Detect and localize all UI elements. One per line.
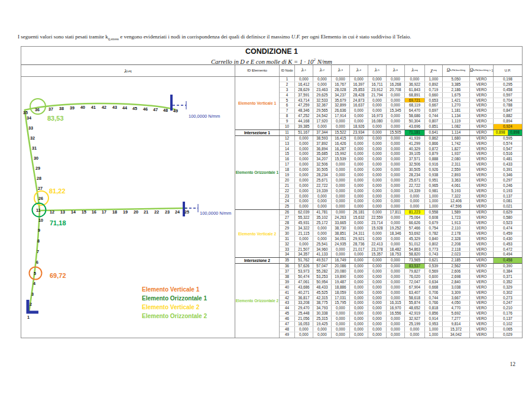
value-cell: 0,847 [494,108,522,113]
value-cell: 0,000 [387,136,405,141]
value-cell: 0,000 [313,204,332,209]
value-cell: 18,059 [332,290,350,295]
value-cell: 0,021 [494,204,522,209]
node-label: 45 [132,106,137,111]
node-label: 20 [134,209,138,215]
max-value-label: 81,22 [49,187,66,195]
value-cell: 19,339 [405,189,425,193]
value-cell: 1,114 [443,130,470,135]
node-label: 31 [32,145,37,151]
value-cell: 38,775 [313,300,332,305]
node-id-cell: 21 [280,183,295,188]
value-cell: 0,000 [405,332,425,338]
value-cell: VERO [470,189,494,193]
node-label: 35 [23,110,28,115]
value-cell: 1,675 [443,93,470,98]
value-cell: VERO [470,151,494,156]
value-cell: 0,000 [387,237,405,241]
value-cell: 58,686 [405,114,425,118]
value-cell: 9,814 [443,322,470,326]
table-row: 3850,47453,25319,8900,0000,0000,00076,02… [280,274,522,280]
value-cell: 0,000 [350,311,368,316]
value-cell: 0,882 [494,114,522,118]
table-row: 1151,16737,34415,52223,9340,00015,50571,… [280,130,522,135]
value-cell: 0,597 [494,93,522,98]
value-cell: 0,000 [295,242,313,247]
node-id-cell: 36 [280,264,295,268]
value-cell: 0,000 [368,167,387,172]
value-cell: 15,357 [368,252,387,257]
table-row: 180,00030,5050,0000,0000,0000,00030,5050… [280,167,522,173]
value-cell: 0,000 [387,258,405,263]
subtitle-units: N/mm [317,59,332,65]
value-cell: 0,000 [387,296,405,300]
value-cell: 16,973 [368,114,387,118]
value-cell: VERO [470,316,494,321]
top-beam-line [25,103,175,110]
value-cell: VERO [470,98,494,103]
node-id-cell: 20 [280,178,295,183]
node-label: 12 [50,209,54,215]
value-cell: 20,080 [332,269,350,274]
value-cell: 43,686 [295,285,313,290]
value-cell: 50,304 [405,119,425,124]
table-row: 2662,03941,7810,00026,1810,00017,81181,2… [280,210,522,215]
value-cell: 0,000 [350,327,368,332]
node-id-cell: 39 [280,280,295,284]
value-cell: 64,470 [405,108,425,113]
value-cell: 0,000 [368,124,387,129]
value-cell: 37,571 [405,157,425,161]
value-cell: 48,652 [405,306,425,310]
value-cell: 0,000 [387,183,405,188]
value-cell: 0,000 [295,178,313,183]
table-row: 320,00025,54124,93528,73622,4130,00051,0… [280,242,522,247]
legend-item: Elemento Verticale 1 [142,285,207,294]
value-cell: 0,000 [332,332,350,338]
value-cell: 39,105 [405,151,425,156]
value-cell: 19,487 [332,280,350,284]
value-cell: 0,000 [332,194,350,199]
value-cell: 0,000 [387,332,405,338]
value-cell: 1,589 [443,210,470,215]
value-cell: 32,899 [332,103,350,108]
table-row: 150,00035,68515,9920,0000,0000,00039,105… [280,151,522,157]
value-cell: 0,516 [494,151,522,156]
value-cell: 17,914 [332,114,350,118]
value-cell: VERO [470,306,494,310]
col-header: λi,2 [313,65,332,76]
node-label: 24 [175,209,180,215]
value-cell: 53,973 [295,269,313,274]
value-cell: 4,061 [443,183,470,188]
value-cell: 22,722 [405,183,425,188]
value-cell: 15,795 [332,300,350,305]
value-cell: 0,981 [425,189,443,193]
value-cell: 0,458 [494,88,522,92]
node-label: 38 [59,106,64,111]
value-cell: 15,522 [332,130,350,135]
value-cell: 0,679 [425,221,443,225]
value-cell: 0,621 [425,258,443,263]
value-cell: 0,000 [368,77,387,82]
value-cell: 25,199 [405,322,425,326]
value-cell: 51,762 [295,258,313,263]
value-cell: 41,133 [313,252,332,257]
value-cell: 34,237 [332,93,350,98]
value-cell: 0,000 [387,316,405,321]
value-cell: 0,000 [387,119,405,124]
value-cell: 68,119 [405,103,425,108]
value-cell: 29,565 [313,108,332,113]
value-cell: 22,559 [368,215,387,220]
table-row: 160,00034,20715,5390,0000,0000,00037,571… [280,157,522,162]
value-cell: 48,433 [313,285,332,290]
value-cell: 23,934 [350,130,368,135]
value-cell: 5,050 [443,77,470,82]
value-cell: 29,921 [350,237,368,241]
value-cell: 63,407 [405,290,425,295]
value-cell: 0,000 [368,322,387,326]
col-header: λi,6 [387,65,405,76]
page: { "page_number": "12", "intro": { "pre":… [0,0,532,395]
table-row: 230,0000,0000,0000,0000,0000,0000,0001,0… [280,194,522,199]
value-cell: 28,028 [332,88,350,92]
value-cell: 2,840 [443,280,470,284]
value-cell: 36,817 [295,296,313,300]
